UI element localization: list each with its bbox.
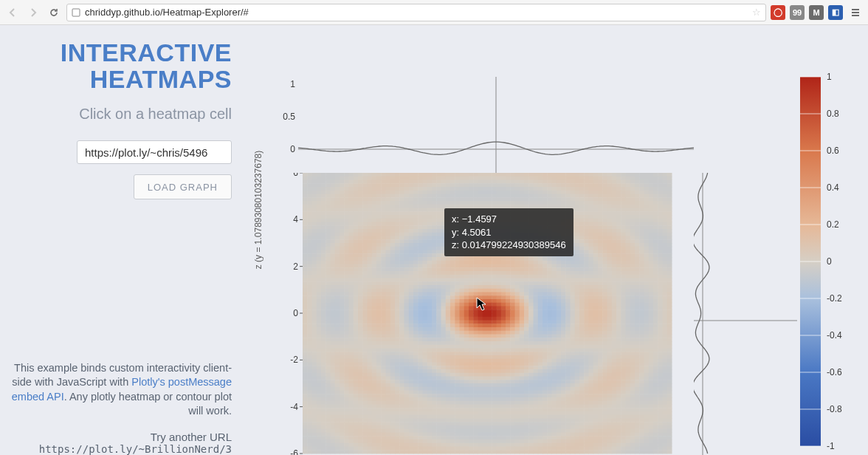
svg-rect-1376 [649,229,654,233]
svg-rect-963 [589,211,594,215]
svg-rect-3039 [571,303,576,307]
svg-rect-5897 [469,429,474,433]
svg-rect-3013 [450,303,455,307]
svg-rect-4692 [446,377,451,380]
svg-rect-5752 [538,422,543,425]
svg-rect-4982 [307,391,312,394]
bookmark-star-icon[interactable]: ☆ [752,7,761,18]
svg-rect-274 [362,183,368,187]
svg-rect-5908 [520,429,525,433]
svg-rect-90 [621,173,626,177]
svg-rect-999 [386,215,391,219]
svg-rect-5105 [506,394,511,397]
svg-rect-5652 [446,419,451,422]
svg-rect-2775 [460,292,465,296]
svg-rect-1229 [340,225,345,229]
svg-rect-433 [358,191,363,194]
svg-rect-3746 [510,335,515,338]
svg-rect-5133 [635,394,640,397]
svg-rect-3646 [418,331,423,335]
svg-rect-2259 [663,267,668,271]
svg-rect-1651 [441,243,447,247]
svg-rect-5883 [404,429,410,433]
svg-rect-4523 [404,369,410,373]
svg-rect-6121 [395,439,400,443]
svg-rect-3915 [552,341,557,345]
svg-rect-3612 [630,327,636,331]
svg-rect-3070 [344,307,349,310]
svg-rect-2971 [626,299,631,303]
svg-rect-1687 [607,243,613,247]
svg-rect-3634 [362,331,368,335]
svg-rect-4195 [368,355,373,359]
svg-rect-5284 [593,401,599,405]
extension-icon-1[interactable]: ◯ [771,5,785,20]
extension-icon-3[interactable]: ◧ [828,5,843,20]
svg-rect-4423 [312,366,317,369]
svg-rect-1915 [552,253,557,257]
svg-rect-1941 [303,257,308,261]
svg-rect-5939 [663,429,668,433]
svg-rect-2597 [376,285,382,289]
svg-rect-757 [376,205,382,208]
svg-rect-718 [565,201,571,205]
svg-rect-4753 [358,380,363,383]
top-profile-chart[interactable]: 1 0.5 0 [280,55,694,173]
svg-rect-2355 [368,275,373,278]
load-graph-button[interactable]: LOAD GRAPH [134,174,232,199]
svg-rect-2529 [432,281,437,285]
svg-rect-3422 [492,321,497,324]
svg-rect-1242 [399,225,404,229]
svg-rect-3156 [372,309,377,313]
svg-rect-4050 [436,349,441,352]
svg-rect-5539 [663,411,668,415]
svg-rect-3921 [579,341,585,345]
svg-rect-4265 [321,359,326,363]
svg-rect-4821 [303,383,308,387]
svg-rect-3965 [413,345,418,349]
svg-rect-5513 [542,411,548,415]
reload-button[interactable] [46,4,62,21]
svg-rect-4093 [635,349,640,352]
svg-rect-4201 [395,355,400,359]
back-button[interactable] [4,4,21,21]
svg-rect-1924 [593,253,599,257]
svg-rect-807 [607,205,613,208]
extension-icon-2[interactable]: 99 [790,5,805,20]
svg-rect-4705 [506,377,511,380]
graph-url-input[interactable] [77,140,232,164]
svg-rect-1872 [354,253,359,257]
address-bar[interactable]: chriddyp.github.io/Heatmap-Explorer/# ☆ [66,4,766,21]
right-profile-chart[interactable] [694,173,797,455]
svg-rect-6235 [552,443,557,447]
svg-rect-226 [510,180,515,184]
svg-rect-2850 [436,295,441,299]
svg-rect-949 [524,211,529,215]
svg-rect-2448 [427,278,433,282]
svg-rect-4933 [450,387,455,391]
svg-rect-3657 [469,331,474,335]
svg-rect-5337 [469,405,474,408]
svg-rect-4767 [423,380,428,383]
svg-rect-6390 [528,450,534,454]
svg-rect-2065 [506,261,511,264]
extension-icon-gmail[interactable]: M [809,5,824,20]
svg-rect-5692 [630,419,636,422]
svg-rect-5698 [658,419,663,422]
svg-rect-2114 [362,264,368,268]
svg-rect-5339 [478,405,483,408]
svg-rect-264 [317,183,322,187]
heatmap[interactable]: -6-4-20246 [280,173,694,455]
svg-rect-3271 [534,313,539,317]
svg-rect-5962 [399,433,404,437]
svg-rect-2285 [413,271,418,275]
svg-rect-185 [321,180,326,184]
svg-rect-3243 [404,313,410,317]
svg-rect-5559 [386,415,391,419]
forward-button[interactable] [25,4,41,21]
svg-rect-2253 [635,267,640,271]
svg-rect-687 [423,201,428,205]
svg-rect-167 [607,177,613,180]
hamburger-menu-icon[interactable] [847,4,864,21]
svg-rect-4601 [395,373,400,377]
